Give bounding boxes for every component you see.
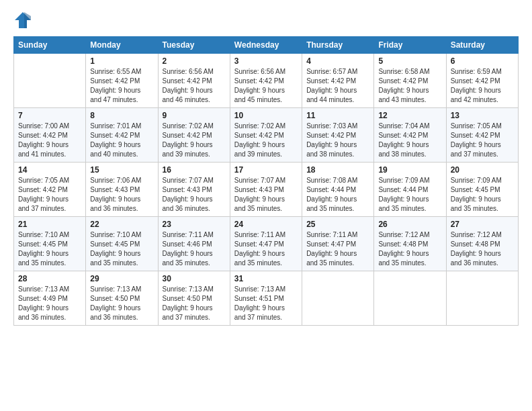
cell-info: Sunrise: 7:09 AMSunset: 4:45 PMDaylight:… xyxy=(451,176,514,214)
calendar-cell: 15Sunrise: 7:06 AMSunset: 4:43 PMDayligh… xyxy=(86,163,158,217)
calendar-header-row: SundayMondayTuesdayWednesdayThursdayFrid… xyxy=(14,37,519,54)
cell-info: Sunrise: 6:56 AMSunset: 4:42 PMDaylight:… xyxy=(163,67,226,105)
day-number: 24 xyxy=(234,220,298,229)
day-number: 17 xyxy=(234,165,298,175)
cell-info: Sunrise: 7:05 AMSunset: 4:42 PMDaylight:… xyxy=(451,122,514,159)
cell-info: Sunrise: 7:13 AMSunset: 4:51 PMDaylight:… xyxy=(234,285,298,322)
weekday-header: Wednesday xyxy=(230,37,302,54)
calendar-cell: 16Sunrise: 7:07 AMSunset: 4:43 PMDayligh… xyxy=(158,163,230,217)
calendar-week-row: 14Sunrise: 7:05 AMSunset: 4:42 PMDayligh… xyxy=(14,163,519,217)
page: SundayMondayTuesdayWednesdayThursdayFrid… xyxy=(0,0,532,411)
cell-info: Sunrise: 7:13 AMSunset: 4:50 PMDaylight:… xyxy=(163,285,226,322)
calendar-cell: 9Sunrise: 7:02 AMSunset: 4:42 PMDaylight… xyxy=(158,108,230,163)
cell-info: Sunrise: 7:03 AMSunset: 4:42 PMDaylight:… xyxy=(306,122,369,159)
calendar-cell: 4Sunrise: 6:57 AMSunset: 4:42 PMDaylight… xyxy=(302,54,374,108)
calendar-cell: 17Sunrise: 7:07 AMSunset: 4:43 PMDayligh… xyxy=(230,163,302,217)
day-number: 15 xyxy=(90,165,153,175)
calendar-cell: 21Sunrise: 7:10 AMSunset: 4:45 PMDayligh… xyxy=(14,217,86,271)
calendar-cell: 2Sunrise: 6:56 AMSunset: 4:42 PMDaylight… xyxy=(158,54,230,108)
calendar-cell: 5Sunrise: 6:58 AMSunset: 4:42 PMDaylight… xyxy=(374,54,446,108)
logo xyxy=(13,11,35,30)
calendar-cell: 22Sunrise: 7:10 AMSunset: 4:45 PMDayligh… xyxy=(86,217,158,271)
calendar-cell: 30Sunrise: 7:13 AMSunset: 4:50 PMDayligh… xyxy=(158,271,230,326)
day-number: 5 xyxy=(378,56,441,66)
calendar-cell: 7Sunrise: 7:00 AMSunset: 4:42 PMDaylight… xyxy=(14,108,86,163)
cell-info: Sunrise: 7:07 AMSunset: 4:43 PMDaylight:… xyxy=(163,176,226,214)
header xyxy=(13,11,519,30)
cell-info: Sunrise: 7:12 AMSunset: 4:48 PMDaylight:… xyxy=(378,230,441,268)
cell-info: Sunrise: 7:01 AMSunset: 4:42 PMDaylight:… xyxy=(90,122,153,159)
day-number: 7 xyxy=(18,111,81,120)
cell-info: Sunrise: 7:06 AMSunset: 4:43 PMDaylight:… xyxy=(90,176,153,214)
weekday-header: Thursday xyxy=(302,37,374,54)
cell-info: Sunrise: 6:56 AMSunset: 4:42 PMDaylight:… xyxy=(234,67,298,105)
cell-info: Sunrise: 7:09 AMSunset: 4:44 PMDaylight:… xyxy=(378,176,441,214)
calendar-cell: 1Sunrise: 6:55 AMSunset: 4:42 PMDaylight… xyxy=(86,54,158,108)
calendar-cell: 6Sunrise: 6:59 AMSunset: 4:42 PMDaylight… xyxy=(446,54,518,108)
day-number: 29 xyxy=(90,274,153,283)
calendar-cell xyxy=(14,54,86,108)
cell-info: Sunrise: 7:08 AMSunset: 4:44 PMDaylight:… xyxy=(306,176,369,214)
calendar-cell: 24Sunrise: 7:11 AMSunset: 4:47 PMDayligh… xyxy=(230,217,302,271)
cell-info: Sunrise: 7:02 AMSunset: 4:42 PMDaylight:… xyxy=(163,122,226,159)
day-number: 12 xyxy=(378,111,441,120)
calendar-cell: 28Sunrise: 7:13 AMSunset: 4:49 PMDayligh… xyxy=(14,271,86,326)
weekday-header: Tuesday xyxy=(158,37,230,54)
calendar-cell: 25Sunrise: 7:11 AMSunset: 4:47 PMDayligh… xyxy=(302,217,374,271)
cell-info: Sunrise: 6:59 AMSunset: 4:42 PMDaylight:… xyxy=(451,67,514,105)
day-number: 9 xyxy=(163,111,226,120)
weekday-header: Sunday xyxy=(14,37,86,54)
day-number: 25 xyxy=(306,220,369,229)
calendar-cell: 11Sunrise: 7:03 AMSunset: 4:42 PMDayligh… xyxy=(302,108,374,163)
calendar-cell: 29Sunrise: 7:13 AMSunset: 4:50 PMDayligh… xyxy=(86,271,158,326)
day-number: 4 xyxy=(306,56,369,66)
calendar-cell xyxy=(446,271,518,326)
day-number: 14 xyxy=(18,165,81,175)
calendar-cell: 14Sunrise: 7:05 AMSunset: 4:42 PMDayligh… xyxy=(14,163,86,217)
day-number: 28 xyxy=(18,274,81,283)
day-number: 27 xyxy=(451,220,514,229)
weekday-header: Monday xyxy=(86,37,158,54)
cell-info: Sunrise: 7:04 AMSunset: 4:42 PMDaylight:… xyxy=(378,122,441,159)
day-number: 3 xyxy=(234,56,298,66)
day-number: 1 xyxy=(90,56,153,66)
day-number: 10 xyxy=(234,111,298,120)
calendar-cell: 13Sunrise: 7:05 AMSunset: 4:42 PMDayligh… xyxy=(446,108,518,163)
cell-info: Sunrise: 7:12 AMSunset: 4:48 PMDaylight:… xyxy=(451,230,514,268)
day-number: 6 xyxy=(451,56,514,66)
cell-info: Sunrise: 6:58 AMSunset: 4:42 PMDaylight:… xyxy=(378,67,441,105)
weekday-header: Saturday xyxy=(446,37,518,54)
calendar-cell: 20Sunrise: 7:09 AMSunset: 4:45 PMDayligh… xyxy=(446,163,518,217)
cell-info: Sunrise: 7:02 AMSunset: 4:42 PMDaylight:… xyxy=(234,122,298,159)
day-number: 31 xyxy=(234,274,298,283)
cell-info: Sunrise: 7:11 AMSunset: 4:46 PMDaylight:… xyxy=(163,230,226,268)
day-number: 30 xyxy=(163,274,226,283)
cell-info: Sunrise: 7:05 AMSunset: 4:42 PMDaylight:… xyxy=(18,176,81,214)
cell-info: Sunrise: 7:13 AMSunset: 4:49 PMDaylight:… xyxy=(18,285,81,322)
day-number: 2 xyxy=(163,56,226,66)
day-number: 22 xyxy=(90,220,153,229)
day-number: 19 xyxy=(378,165,441,175)
calendar-cell: 18Sunrise: 7:08 AMSunset: 4:44 PMDayligh… xyxy=(302,163,374,217)
calendar-week-row: 1Sunrise: 6:55 AMSunset: 4:42 PMDaylight… xyxy=(14,54,519,108)
calendar-cell: 10Sunrise: 7:02 AMSunset: 4:42 PMDayligh… xyxy=(230,108,302,163)
calendar-cell: 31Sunrise: 7:13 AMSunset: 4:51 PMDayligh… xyxy=(230,271,302,326)
calendar-cell: 19Sunrise: 7:09 AMSunset: 4:44 PMDayligh… xyxy=(374,163,446,217)
calendar-cell: 27Sunrise: 7:12 AMSunset: 4:48 PMDayligh… xyxy=(446,217,518,271)
day-number: 8 xyxy=(90,111,153,120)
calendar: SundayMondayTuesdayWednesdayThursdayFrid… xyxy=(13,36,519,326)
calendar-cell xyxy=(302,271,374,326)
day-number: 18 xyxy=(306,165,369,175)
cell-info: Sunrise: 7:07 AMSunset: 4:43 PMDaylight:… xyxy=(234,176,298,214)
calendar-week-row: 7Sunrise: 7:00 AMSunset: 4:42 PMDaylight… xyxy=(14,108,519,163)
day-number: 16 xyxy=(163,165,226,175)
day-number: 13 xyxy=(451,111,514,120)
cell-info: Sunrise: 7:10 AMSunset: 4:45 PMDaylight:… xyxy=(18,230,81,268)
day-number: 26 xyxy=(378,220,441,229)
cell-info: Sunrise: 7:13 AMSunset: 4:50 PMDaylight:… xyxy=(90,285,153,322)
calendar-cell: 3Sunrise: 6:56 AMSunset: 4:42 PMDaylight… xyxy=(230,54,302,108)
calendar-cell: 26Sunrise: 7:12 AMSunset: 4:48 PMDayligh… xyxy=(374,217,446,271)
logo-icon xyxy=(13,11,32,30)
calendar-cell: 23Sunrise: 7:11 AMSunset: 4:46 PMDayligh… xyxy=(158,217,230,271)
cell-info: Sunrise: 7:11 AMSunset: 4:47 PMDaylight:… xyxy=(234,230,298,268)
